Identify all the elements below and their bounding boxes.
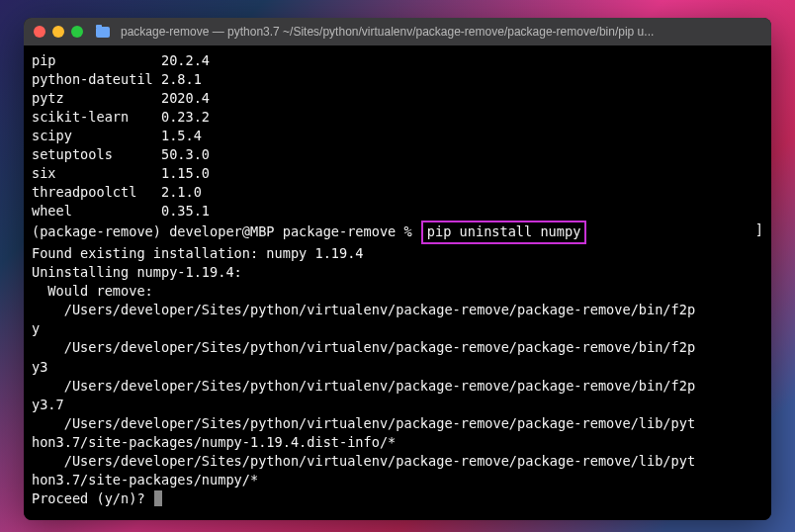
output-path: y3.7 [32, 396, 763, 414]
close-button[interactable] [34, 26, 45, 38]
output-path: hon3.7/site-packages/numpy-1.19.4.dist-i… [32, 433, 763, 452]
output-path: hon3.7/site-packages/numpy/* [32, 471, 763, 489]
shell-prompt-line: (package-remove) developer@MBP package-r… [32, 221, 763, 244]
output-path: y [32, 319, 763, 338]
output-found: Found existing installation: numpy 1.19.… [32, 244, 763, 263]
package-row: six 1.15.0 [32, 164, 763, 183]
output-path: y3 [32, 358, 763, 377]
output-path: /Users/developer/Sites/python/virtualenv… [32, 301, 763, 319]
package-row: python-dateutil 2.8.1 [32, 70, 763, 89]
command-text: pip uninstall numpy [427, 223, 581, 239]
terminal-window: package-remove — python3.7 ~/Sites/pytho… [24, 18, 771, 520]
terminal-body[interactable]: pip 20.2.4python-dateutil 2.8.1pytz 2020… [24, 45, 771, 520]
shell-prompt: (package-remove) developer@MBP package-r… [32, 223, 412, 239]
package-row: pytz 2020.4 [32, 89, 763, 108]
output-path: /Users/developer/Sites/python/virtualenv… [32, 338, 763, 357]
package-row: pip 20.2.4 [32, 51, 763, 70]
maximize-button[interactable] [71, 26, 83, 38]
window-title: package-remove — python3.7 ~/Sites/pytho… [121, 25, 761, 39]
titlebar: package-remove — python3.7 ~/Sites/pytho… [24, 18, 771, 45]
proceed-prompt[interactable]: Proceed (y/n)? [32, 489, 763, 508]
package-row: setuptools 50.3.0 [32, 145, 763, 164]
folder-icon [96, 27, 110, 38]
package-row: wheel 0.35.1 [32, 202, 763, 221]
output-would-remove: Would remove: [32, 282, 763, 301]
package-row: scikit-learn 0.23.2 [32, 108, 763, 127]
minimize-button[interactable] [52, 26, 64, 38]
package-row: scipy 1.5.4 [32, 127, 763, 145]
package-row: threadpoolctl 2.1.0 [32, 183, 763, 202]
output-path: /Users/developer/Sites/python/virtualenv… [32, 414, 763, 433]
output-path: /Users/developer/Sites/python/virtualenv… [32, 377, 763, 396]
cursor-icon [154, 490, 162, 506]
output-path: /Users/developer/Sites/python/virtualenv… [32, 452, 763, 471]
command-highlight: pip uninstall numpy [421, 221, 587, 244]
output-uninstalling: Uninstalling numpy-1.19.4: [32, 263, 763, 282]
